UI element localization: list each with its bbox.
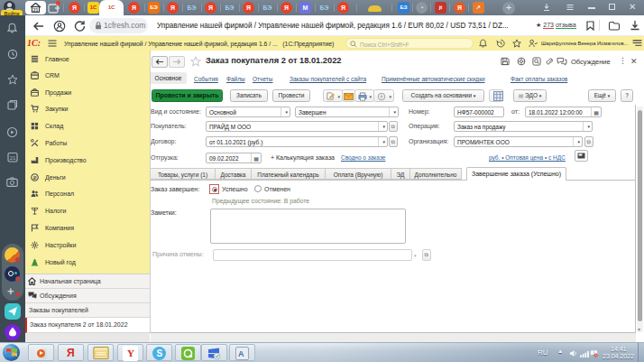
svg-text:21: 21 (33, 7, 39, 13)
svg-text:21: 21 (10, 155, 16, 161)
svg-text:₽: ₽ (33, 175, 37, 181)
